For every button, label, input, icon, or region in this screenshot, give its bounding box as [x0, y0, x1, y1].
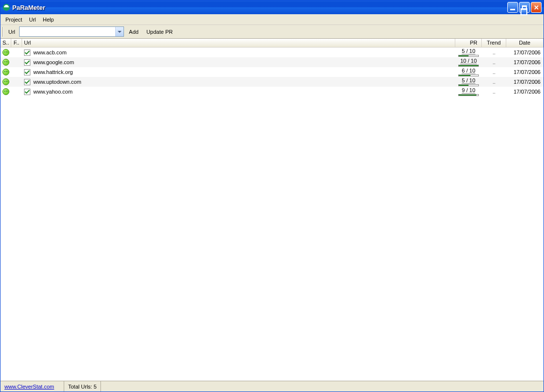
col-url[interactable]: Url [22, 39, 455, 47]
menu-url[interactable]: Url [26, 15, 39, 24]
table-row[interactable]: •www.acb.com5 / 10..17/07/2006 [0, 48, 544, 57]
row-date: 17/07/2006 [506, 59, 544, 65]
flag-icon: • [11, 61, 22, 63]
table-body: •www.acb.com5 / 10..17/07/2006•www.googl… [0, 48, 544, 381]
row-trend: .. [482, 49, 506, 55]
row-checkbox[interactable] [24, 49, 30, 56]
row-trend: .. [482, 89, 506, 95]
row-pr: 5 / 10 [455, 78, 482, 86]
close-button[interactable]: ✕ [531, 2, 542, 13]
status-link[interactable]: www.CleverStat.com [0, 381, 64, 392]
url-dropdown-button[interactable] [115, 27, 124, 36]
toolbar: Url Add Update PR [0, 25, 544, 39]
col-date[interactable]: Date [506, 39, 544, 47]
menu-help[interactable]: Help [40, 15, 57, 24]
row-url: www.acb.com [33, 49, 67, 55]
url-combo[interactable] [19, 26, 124, 37]
row-checkbox[interactable] [24, 79, 30, 85]
status-icon [0, 49, 11, 56]
row-date: 17/07/2006 [506, 89, 544, 95]
toolbar-grip [2, 27, 3, 37]
smiley-icon [2, 49, 9, 56]
table-row[interactable]: •www.google.com10 / 10..17/07/2006 [0, 57, 544, 67]
row-pr: 5 / 10 [455, 49, 482, 57]
row-trend: .. [482, 59, 506, 65]
smiley-icon [2, 59, 9, 66]
flag-icon: • [11, 81, 22, 83]
app-icon [2, 3, 10, 11]
restore-button[interactable] [519, 2, 530, 13]
status-icon [0, 88, 11, 95]
col-pr[interactable]: PR [455, 39, 482, 47]
flag-icon: • [11, 71, 22, 73]
status-icon [0, 78, 11, 85]
column-header: S.. F.. Url PR Trend Date [0, 39, 544, 48]
col-flag[interactable]: F.. [11, 39, 22, 47]
status-icon [0, 69, 11, 75]
status-icon [0, 59, 11, 66]
smiley-icon [2, 69, 9, 75]
minimize-button[interactable] [507, 2, 518, 13]
row-date: 17/07/2006 [506, 69, 544, 75]
row-trend: .. [482, 69, 506, 75]
url-input[interactable] [20, 27, 115, 36]
menu-project[interactable]: Project [2, 15, 25, 24]
url-label: Url [6, 29, 17, 35]
menu-bar: Project Url Help [0, 14, 544, 25]
row-pr: 9 / 10 [455, 88, 482, 96]
row-pr: 10 / 10 [455, 58, 482, 67]
window-title: PaRaMeter [12, 4, 507, 11]
update-pr-button[interactable]: Update PR [144, 27, 176, 36]
row-url: www.uptodown.com [33, 79, 81, 85]
add-button[interactable]: Add [126, 27, 142, 36]
chevron-down-icon [118, 31, 122, 33]
table-row[interactable]: •www.yahoo.com9 / 10..17/07/2006 [0, 87, 544, 97]
flag-icon: • [11, 91, 22, 93]
row-url: www.hattrick.org [33, 69, 73, 75]
row-checkbox[interactable] [24, 69, 30, 75]
flag-icon: • [11, 51, 22, 53]
row-date: 17/07/2006 [506, 49, 544, 55]
row-pr: 6 / 10 [455, 68, 482, 76]
row-url: www.google.com [33, 59, 74, 65]
row-checkbox[interactable] [24, 59, 30, 66]
col-trend[interactable]: Trend [482, 39, 506, 47]
row-date: 17/07/2006 [506, 79, 544, 85]
table-row[interactable]: •www.hattrick.org6 / 10..17/07/2006 [0, 67, 544, 77]
row-url: www.yahoo.com [33, 89, 73, 95]
smiley-icon [2, 78, 9, 85]
status-bar: www.CleverStat.com Total Urls: 5 [0, 381, 544, 392]
row-trend: .. [482, 79, 506, 85]
table-row[interactable]: •www.uptodown.com5 / 10..17/07/2006 [0, 77, 544, 87]
row-checkbox[interactable] [24, 89, 30, 95]
title-bar: PaRaMeter ✕ [0, 0, 544, 14]
status-total: Total Urls: 5 [64, 381, 101, 392]
total-label: Total Urls: [68, 384, 92, 390]
total-value: 5 [94, 384, 97, 390]
smiley-icon [2, 88, 9, 95]
col-status[interactable]: S.. [0, 39, 11, 47]
